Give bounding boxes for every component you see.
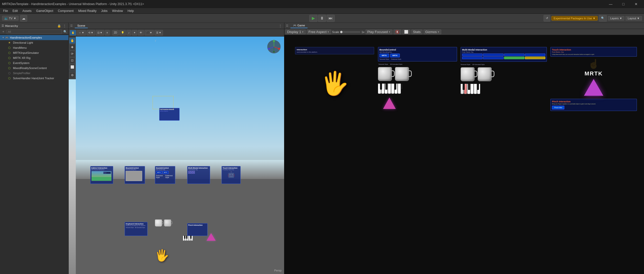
cloud-icon: ☁	[22, 16, 25, 20]
scale-icon: ⊡	[97, 31, 99, 34]
layers-button[interactable]: Layers ▼	[608, 16, 624, 21]
select-tool[interactable]: ✋	[69, 38, 75, 44]
menu-jobs[interactable]: Jobs	[99, 9, 109, 13]
cloud-button[interactable]: ☁	[20, 15, 27, 22]
light-button[interactable]: 💡	[119, 30, 126, 36]
menu-window[interactable]: Window	[110, 9, 125, 13]
title-bar: MRTKDevTemplate - HandInteractionExample…	[0, 0, 644, 8]
scene-bounds-card: BoundsControl with Bounding Box	[125, 166, 145, 184]
move-tool[interactable]: ✚	[69, 44, 75, 50]
tree-item-eventsystem[interactable]: ⬡ EventSystem	[0, 60, 68, 66]
scene-mug-1	[155, 219, 162, 227]
game-hand: 🖐	[295, 70, 374, 97]
menu-edit[interactable]: Edit	[10, 9, 20, 13]
rect-tool[interactable]: ⬜	[69, 64, 75, 70]
game-interaction-panel: Interaction ound provided on this platfo…	[295, 47, 374, 54]
hierarchy-lock-button[interactable]: 🔒	[57, 24, 61, 28]
tree-item-inputsim[interactable]: ⬡ MRTKInputSimulator	[0, 50, 68, 55]
tree-item-handmenu[interactable]: ⬡ HandMenu	[0, 45, 68, 50]
aspect-dropdown[interactable]: Free Aspect ▼	[307, 29, 331, 34]
maximize-button[interactable]: □	[618, 0, 629, 8]
tree-item-directional-light[interactable]: ☀ Directional Light	[0, 40, 68, 45]
scene-more-button[interactable]: ⋮	[278, 24, 283, 28]
game-tab-icon: 🎮	[293, 24, 297, 27]
hand-tool-button[interactable]: ✋	[70, 30, 76, 36]
svg-text:Y: Y	[273, 39, 275, 41]
scene-tab[interactable]: Scene	[75, 24, 88, 28]
game-toolbar: Display 1 ▼ Free Aspect ▼ Scale 1x	[284, 29, 644, 35]
minimize-button[interactable]: —	[605, 0, 617, 8]
layout-button[interactable]: Layout ▼	[625, 16, 642, 21]
effects-button[interactable]: ✦	[132, 30, 137, 36]
vr-button[interactable]: ⬜	[402, 29, 410, 34]
stats-button[interactable]: Stats	[411, 29, 422, 34]
display-dropdown[interactable]: Display 1 ▼	[285, 29, 306, 34]
gizmos-button[interactable]: Gizmos ▼	[423, 29, 441, 34]
touch-title: Touch Interaction	[223, 167, 240, 169]
scale-slider[interactable]	[340, 31, 360, 33]
menu-component[interactable]: Component	[56, 9, 76, 13]
tv-dropdown[interactable]: 📺 TV ▼	[2, 16, 19, 21]
experimental-packages-button[interactable]: Experimental Packages In Use ▼	[551, 16, 598, 21]
rotate-tool-button[interactable]: ⟲ ▼	[86, 30, 95, 36]
scale-tool-button[interactable]: ⊡ ▼	[96, 30, 104, 36]
rect-tool-button[interactable]: ≡	[105, 30, 110, 36]
search-icon: 🔍	[601, 17, 605, 20]
play-icon: ▶	[312, 16, 315, 21]
mute-button[interactable]: 🔇	[393, 29, 401, 34]
menu-help[interactable]: Help	[126, 9, 136, 13]
menu-gameobject[interactable]: GameObject	[34, 9, 55, 13]
gizmos-scene-button[interactable]: ☰ ▼	[154, 30, 163, 36]
game-touch-title: Touch Interaction	[552, 49, 635, 51]
tree-item-mixedreality-label: MixedRealitySceneContent	[13, 67, 47, 70]
game-panel: ☰ 🎮 Game Display 1 ▼ Free Aspect ▼	[284, 23, 644, 274]
skybox-button[interactable]: 👁	[138, 30, 144, 36]
play-focused-dropdown[interactable]: Play Focused ▼	[365, 29, 392, 34]
scene-obj-far-panel: Full Inactive Bound Tab Bounding Box	[159, 108, 180, 121]
hierarchy-search-input[interactable]	[7, 29, 62, 34]
tree-item-xrrig[interactable]: ⬡ MRTK XR Rig	[0, 55, 68, 60]
menu-assets[interactable]: Assets	[20, 9, 34, 13]
scale-slider-handle	[340, 31, 343, 33]
audio-button[interactable]: ♪	[126, 30, 131, 36]
game-tab[interactable]: 🎮 Game	[290, 23, 308, 28]
undo-history-button[interactable]: ↺	[544, 15, 550, 22]
tree-item-solver-label: SolverHandler HandJoint Tracker	[13, 77, 54, 80]
scene-tab-label: Scene	[77, 24, 85, 27]
custom-tool[interactable]: ⚙	[69, 72, 75, 78]
experimental-label: Experimental Packages In Use	[554, 17, 592, 20]
scene-viewport[interactable]: ✋ ✚ ⟳ ⊡ ⬜ ⚙	[69, 37, 284, 274]
game-center-left: BoundsControl with Bounding Box MRTK MRT…	[378, 47, 457, 257]
scale-tool[interactable]: ⊡	[69, 57, 75, 63]
move-tool-button[interactable]: ↔ ▼	[77, 30, 86, 36]
2d-button[interactable]: 2D	[112, 30, 119, 36]
menu-file[interactable]: File	[1, 9, 10, 13]
tree-item-mixedreality[interactable]: ⬡ MixedRealitySceneContent	[0, 66, 68, 71]
tree-item-root[interactable]: ▼ 🎮 HandInteractionExamples	[0, 35, 68, 40]
tree-item-profiler-label: SimpleProfiler	[13, 72, 30, 75]
search-button[interactable]: 🔍	[599, 15, 607, 22]
hierarchy-more-button[interactable]: ⋮	[62, 24, 67, 28]
hierarchy-add-button[interactable]: +	[1, 29, 6, 34]
tree-item-solver[interactable]: ⬡ SolverHandler HandJoint Tracker	[0, 76, 68, 81]
step-button[interactable]: ⏭	[327, 15, 335, 22]
play-button[interactable]: ▶	[309, 15, 317, 22]
grid-button[interactable]: ⬛ ▼	[144, 30, 154, 36]
scale-value: 1x	[361, 30, 364, 34]
hierarchy-filter-button[interactable]: 🔍	[63, 29, 67, 34]
gizmo-svg: Y	[266, 39, 282, 54]
tree-item-profiler[interactable]: ⬡ SimpleProfiler	[0, 71, 68, 76]
window-title: MRTKDevTemplate - HandInteractionExample…	[2, 2, 144, 6]
rotate-arrow: ▼	[91, 31, 93, 34]
close-button[interactable]: ✕	[630, 0, 642, 8]
pause-button[interactable]: ⏸	[318, 15, 326, 22]
indirect-preview: Panel	[91, 171, 112, 181]
rotate-tool[interactable]: ⟳	[69, 51, 75, 57]
keyboard-sub: Keyboard provided by this platform.	[126, 225, 147, 226]
game-mugs	[378, 67, 457, 81]
scene-indirect-card: Indirect Interaction with Passive Behavi…	[90, 166, 113, 184]
menu-mixedreality[interactable]: Mixed Reality	[76, 9, 98, 13]
scene-gizmo[interactable]: Y	[266, 39, 282, 54]
game-touch-desc: Using these touch keys you can push inte…	[552, 54, 635, 55]
game-viewport[interactable]: Interaction ound provided on this platfo…	[284, 35, 644, 274]
